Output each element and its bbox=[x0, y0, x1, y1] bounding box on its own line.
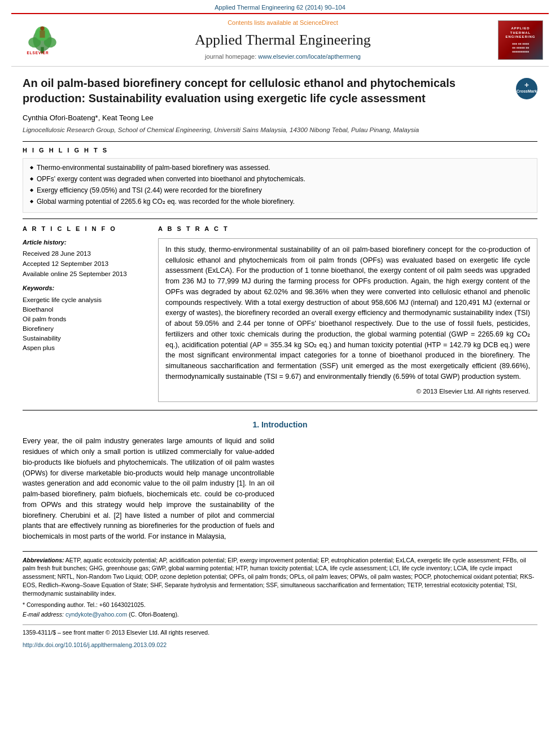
article-title: An oil palm-based biorefinery concept fo… bbox=[23, 76, 509, 106]
elsevier-logo-section: ELSEVIER bbox=[11, 19, 73, 61]
divider-2 bbox=[23, 219, 537, 219]
introduction-columns: Every year, the oil palm industry genera… bbox=[23, 436, 537, 542]
email-footnote: E-mail address: cyndykote@yahoo.com (C. … bbox=[23, 610, 537, 619]
elsevier-logo: ELSEVIER bbox=[23, 24, 62, 55]
journal-homepage: journal homepage: www.elsevier.com/locat… bbox=[205, 53, 361, 61]
issn-text: 1359-4311/$ – see front matter © 2013 El… bbox=[23, 628, 209, 637]
abstract-col: A B S T R A C T In this study, thermo-en… bbox=[158, 225, 537, 401]
journal-top-ref: Applied Thermal Engineering 62 (2014) 90… bbox=[0, 0, 560, 13]
journal-header: ELSEVIER Contents lists available at Sci… bbox=[11, 13, 549, 66]
highlight-item-3: Exergy efficiency (59.05%) and TSI (2.44… bbox=[30, 186, 530, 195]
highlight-item-1: Thermo-environmental sustainability of p… bbox=[30, 163, 530, 173]
keyword-3: Oil palm fronds bbox=[23, 314, 147, 324]
affiliation: Lignocellulosic Research Group, School o… bbox=[23, 125, 537, 134]
main-content: An oil palm-based biorefinery concept fo… bbox=[0, 76, 560, 656]
article-info-title: A R T I C L E I N F O bbox=[23, 225, 147, 233]
highlights-section: H I G H L I G H T S Thermo-environmental… bbox=[23, 146, 537, 213]
intro-col-1: Every year, the oil palm industry genera… bbox=[23, 436, 274, 542]
sciencedirect-link: Contents lists available at ScienceDirec… bbox=[228, 19, 338, 27]
journal-cover-image: APPLIED THERMAL ENGINEERING ■■■ ■■ ■■■■■… bbox=[498, 20, 543, 60]
info-abstract-columns: A R T I C L E I N F O Article history: R… bbox=[23, 225, 537, 401]
abstract-box: In this study, thermo-environmental sust… bbox=[158, 238, 537, 402]
keyword-5: Sustainability bbox=[23, 334, 147, 343]
history-label: Article history: bbox=[23, 238, 147, 247]
keywords-label: Keywords: bbox=[23, 284, 147, 292]
crossmark-section: ✛CrossMark bbox=[516, 78, 537, 99]
divider-1 bbox=[23, 141, 537, 142]
available-date: Available online 25 September 2013 bbox=[23, 269, 147, 278]
svg-text:ELSEVIER: ELSEVIER bbox=[27, 51, 49, 55]
journal-title-section: Contents lists available at ScienceDirec… bbox=[73, 19, 492, 61]
introduction-section: 1. Introduction Every year, the oil palm… bbox=[23, 420, 537, 542]
article-info-col: A R T I C L E I N F O Article history: R… bbox=[23, 225, 147, 401]
bottom-bar: 1359-4311/$ – see front matter © 2013 El… bbox=[23, 624, 537, 640]
corresponding-author: * Corresponding author. Tel.: +60 164302… bbox=[23, 601, 537, 609]
copyright: © 2013 Elsevier Ltd. All rights reserved… bbox=[165, 387, 530, 396]
keywords-section: Keywords: Exergetic life cycle analysis … bbox=[23, 284, 147, 352]
highlight-item-2: OPFs' exergy content was degraded when c… bbox=[30, 174, 530, 184]
highlights-box: Thermo-environmental sustainability of p… bbox=[23, 158, 537, 213]
doi-line: http://dx.doi.org/10.1016/j.applthermale… bbox=[23, 640, 537, 656]
footnotes-section: Abbreviations: AETP, aquatic ecotoxicity… bbox=[23, 551, 537, 619]
abstract-text: In this study, thermo-environmental sust… bbox=[165, 244, 530, 382]
article-title-section: An oil palm-based biorefinery concept fo… bbox=[23, 76, 537, 113]
divider-3 bbox=[23, 410, 537, 410]
crossmark-badge[interactable]: ✛CrossMark bbox=[516, 78, 537, 99]
journal-cover-section: APPLIED THERMAL ENGINEERING ■■■ ■■ ■■■■■… bbox=[492, 19, 549, 61]
received-date: Received 28 June 2013 bbox=[23, 249, 147, 258]
abbreviations: Abbreviations: AETP, aquatic ecotoxicity… bbox=[23, 556, 537, 597]
highlight-item-4: Global warming potential of 2265.6 kg CO… bbox=[30, 197, 530, 207]
abstract-title: A B S T R A C T bbox=[158, 225, 537, 233]
introduction-title: 1. Introduction bbox=[23, 420, 537, 431]
keyword-1: Exergetic life cycle analysis bbox=[23, 295, 147, 304]
svg-point-5 bbox=[40, 27, 44, 30]
accepted-date: Accepted 12 September 2013 bbox=[23, 259, 147, 268]
keyword-4: Biorefinery bbox=[23, 324, 147, 333]
elsevier-tree-icon: ELSEVIER bbox=[23, 24, 62, 55]
journal-title: Applied Thermal Engineering bbox=[195, 30, 370, 50]
keyword-6: Aspen plus bbox=[23, 343, 147, 352]
intro-col-2 bbox=[286, 436, 537, 542]
authors: Cynthia Ofori-Boateng*, Keat Teong Lee bbox=[23, 113, 537, 123]
keyword-2: Bioethanol bbox=[23, 305, 147, 314]
highlights-title: H I G H L I G H T S bbox=[23, 146, 537, 155]
article-history: Article history: Received 28 June 2013 A… bbox=[23, 238, 147, 279]
svg-rect-6 bbox=[40, 30, 45, 38]
